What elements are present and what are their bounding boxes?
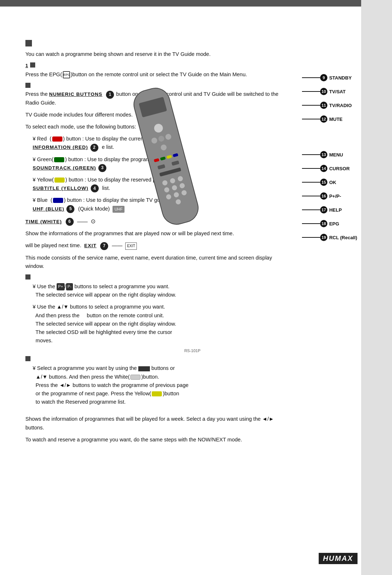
mute-num: 12: [320, 115, 327, 123]
standby-text: STANDBY: [329, 75, 352, 81]
circle-2: 2: [90, 144, 98, 152]
humax-logo: HUMAX: [319, 553, 358, 564]
rcl-line: [302, 237, 320, 238]
remote-control-overlay: [120, 83, 214, 237]
blue-btn: [53, 198, 63, 203]
exit-button-img: EXIT: [125, 242, 137, 250]
week-section: Shows the information of programmes that…: [25, 415, 287, 444]
clock-icon: ⊙: [91, 218, 95, 224]
standby-num: 9: [320, 74, 327, 81]
p-plus-icon: P+: [57, 283, 65, 290]
exit-label: EXIT: [84, 243, 97, 248]
tvradio-line: [302, 105, 320, 106]
red-btn: [52, 136, 62, 142]
right-sidebar: [361, 0, 392, 575]
week-desc-2: To watch and reserve a programme you wan…: [25, 436, 287, 444]
cursor-text: CURSOR: [329, 166, 350, 171]
menu-line: [302, 154, 320, 155]
step3-icon: [25, 356, 30, 361]
rcl-text: RCL (Recall): [329, 235, 357, 240]
ok-text: OK: [329, 180, 336, 185]
step1-icon: [30, 62, 35, 68]
help-num: 17: [320, 206, 327, 213]
usage-icon: [25, 274, 30, 280]
epg-line: [302, 223, 320, 224]
ok-num: 15: [320, 179, 327, 186]
step1-label: 1: [25, 62, 29, 68]
tvradio-num: 11: [320, 102, 327, 109]
standby-line: [302, 77, 320, 78]
top-bar: [0, 0, 392, 7]
usage-list: ¥ Use the P+/P- buttons to select a prog…: [33, 282, 287, 345]
menu-text: MENU: [329, 152, 343, 158]
info-red-label: INFORMATION (RED): [33, 144, 88, 150]
usage-item-2: ¥ Use the ▲/▼ buttons to select a progra…: [33, 303, 287, 345]
epg-btn-icon: EPG: [63, 71, 70, 78]
cursor-num: 14: [320, 165, 327, 172]
white-btn: [130, 375, 140, 380]
step3-item-1: ¥ Select a programme you want by using t…: [33, 364, 287, 406]
subtitle-yellow-label: SUBTITLE (YELLOW): [33, 185, 88, 191]
tvradio-text: TV/RADIO: [329, 103, 352, 108]
tvsat-line: [302, 91, 320, 92]
week-desc-1: Shows the information of programmes that…: [25, 415, 287, 432]
time-white-label: TIME (WHITE): [25, 219, 62, 224]
epg-num: 18: [320, 220, 327, 227]
step3-list: ¥ Select a programme you want by using t…: [33, 364, 287, 406]
step2-icon: [25, 83, 30, 88]
help-text: HELP: [329, 207, 342, 213]
soundtrack-green-label: SOUNDTRACK (GREEN): [33, 165, 96, 171]
circle-4: 4: [91, 184, 99, 192]
yellow-btn-2: [152, 391, 162, 396]
ppm-text: P+/P-: [329, 193, 341, 199]
tvsat-num: 10: [320, 88, 327, 95]
label-rcl: 19 RCL (Recall): [302, 231, 357, 244]
label-ppm: 16 P+/P-: [302, 189, 357, 203]
mute-line: [302, 119, 320, 119]
label-tvsat: 10 TV/SAT: [302, 85, 357, 98]
numeric-buttons-label: NUMERIC BUTTONS: [49, 91, 102, 97]
intro-text: You can watch a programme being shown an…: [25, 50, 287, 58]
label-help: 17 HELP: [302, 203, 357, 217]
label-epg: 18 EPG: [302, 217, 357, 231]
exit-item: will be played next time. EXIT 7 —— EXIT: [25, 241, 287, 250]
p-minus-icon: P-: [66, 283, 73, 290]
circle-6: 6: [66, 218, 74, 226]
rcl-num: 19: [320, 234, 327, 241]
label-standby: 9 STANDBY: [302, 71, 357, 85]
cursor-line: [302, 168, 320, 169]
rs-label: RS-101P: [98, 348, 287, 353]
label-mute: 12 MUTE: [302, 112, 357, 126]
usage-item-1: ¥ Use the P+/P- buttons to select a prog…: [33, 282, 287, 299]
circle-5: 5: [66, 205, 74, 213]
label-menu: 13 MENU: [302, 148, 357, 162]
label-tvradio: 11 TV/RADIO: [302, 98, 357, 112]
circle-7: 7: [100, 242, 108, 250]
label-cursor: 14 CURSOR: [302, 162, 357, 175]
yellow-btn: [54, 178, 65, 183]
epg-section-icon: [25, 40, 32, 46]
tvsat-text: TV/SAT: [329, 89, 346, 94]
ok-line: [302, 182, 320, 183]
epg-text: EPG: [329, 221, 339, 227]
uhf-blue-label: UHF (BLUE): [33, 206, 64, 212]
labels-column: 9 STANDBY 10 TV/SAT 11 TV/RADIO 12 MUTE …: [302, 71, 357, 244]
step1-text: Press the EPG(EPG)button on the remote c…: [25, 70, 287, 79]
mute-text: MUTE: [329, 117, 343, 122]
mode-desc-text: This mode consists of the service name, …: [25, 254, 287, 270]
menu-num: 13: [320, 151, 327, 158]
green-btn: [54, 157, 64, 162]
label-ok: 15 OK: [302, 175, 357, 189]
ppm-num: 16: [320, 192, 327, 200]
ppm-line: [302, 196, 320, 196]
dark-btn-1: [138, 366, 150, 371]
circle-3: 3: [98, 164, 106, 172]
circle-1: 1: [106, 91, 114, 99]
help-line: [302, 209, 320, 210]
